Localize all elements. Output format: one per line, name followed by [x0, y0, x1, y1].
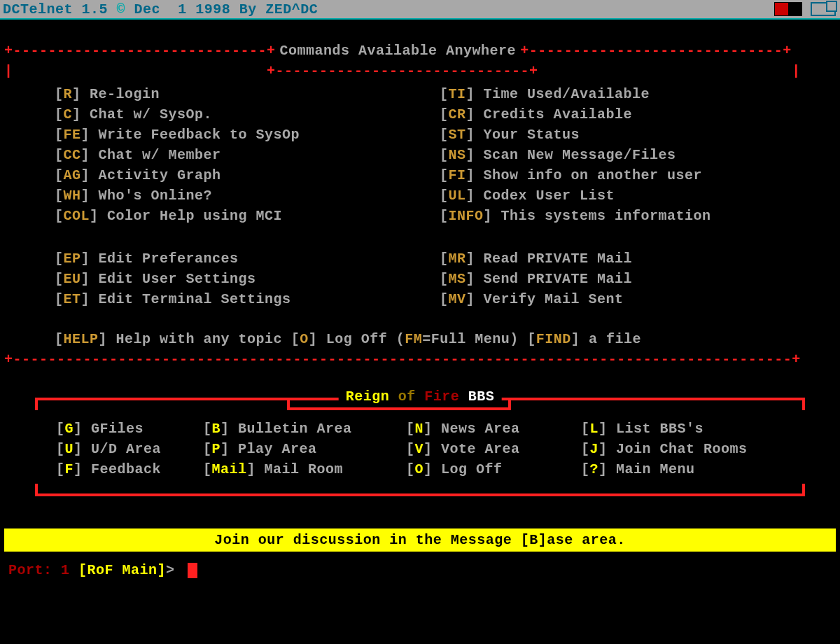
port-number: 1: [61, 562, 70, 578]
menu-main-menu[interactable]: [?] Main Menu: [581, 459, 805, 479]
cmd-send-mail[interactable]: [MS] Send PRIVATE Mail: [440, 269, 836, 289]
box-bottom-border: +---------------------------------------…: [4, 349, 836, 370]
commands-right-col: [TI] Time Used/Available [CR] Credits Av…: [440, 84, 836, 226]
cmd-edit-prefs[interactable]: [EP] Edit Preferances: [55, 248, 440, 269]
app-name: DCTelnet: [3, 1, 73, 18]
cmd-user-list[interactable]: [UL] Codex User List: [440, 186, 836, 206]
port-label: Port:: [8, 562, 52, 578]
cursor-icon: [188, 563, 197, 578]
bbs-box-top: Reign of Fire BBS: [35, 389, 805, 409]
fm-label: =Full Menu: [422, 331, 510, 347]
box-title-underline: | +-----------------------------+ |: [4, 61, 836, 81]
box-top-border: +-----------------------------+Commands …: [4, 41, 836, 61]
menu-feedback[interactable]: [F] Feedback: [56, 459, 203, 479]
cmd-edit-terminal[interactable]: [ET] Edit Terminal Settings: [55, 289, 440, 309]
cmd-credits[interactable]: [CR] Credits Available: [440, 104, 836, 125]
help-key[interactable]: HELP: [64, 331, 99, 347]
logoff-key[interactable]: O: [300, 331, 309, 347]
menu-log-off[interactable]: [O] Log Off: [406, 459, 581, 479]
titlebar-text: DCTelnet 1.5 © Dec 1 1998 By ZED^DC: [3, 1, 318, 18]
cmd-show-user-info[interactable]: [FI] Show info on another user: [440, 165, 836, 186]
commands-right-col-2: [MR] Read PRIVATE Mail [MS] Send PRIVATE…: [440, 248, 836, 309]
help-label: Help with any topic: [116, 331, 283, 347]
cmd-system-info[interactable]: [INFO] This systems information: [440, 206, 836, 226]
commands-columns: [R] Re-login [C] Chat w/ SysOp. [FE] Wri…: [4, 84, 836, 226]
commands-left-col-2: [EP] Edit Preferances [EU] Edit User Set…: [55, 248, 440, 309]
command-prompt[interactable]: Port: 1 [RoF Main]>: [4, 560, 836, 580]
find-label: a file: [589, 331, 641, 347]
banner-text: Join our discussion in the Message [B]as…: [214, 532, 626, 548]
copyright-symbol: ©: [117, 1, 126, 18]
menu-mail-room[interactable]: [Mail] Mail Room: [203, 459, 406, 479]
discussion-banner: Join our discussion in the Message [B]as…: [4, 528, 836, 552]
date-month: Dec: [134, 1, 161, 18]
commands-box-title: Commands Available Anywhere: [280, 43, 517, 59]
status-indicator-icon: [774, 2, 802, 16]
cmd-activity-graph[interactable]: [AG] Activity Graph: [55, 165, 440, 186]
menu-play-area[interactable]: [P] Play Area: [203, 439, 406, 459]
window-icon[interactable]: [811, 2, 836, 16]
menu-news[interactable]: [N] News Area: [406, 419, 581, 439]
cmd-time-used[interactable]: [TI] Time Used/Available: [440, 84, 836, 104]
prompt-caret: >: [166, 562, 175, 578]
commands-left-col: [R] Re-login [C] Chat w/ SysOp. [FE] Wri…: [55, 84, 440, 226]
menu-list-bbs[interactable]: [L] List BBS's: [581, 419, 805, 439]
cmd-read-mail[interactable]: [MR] Read PRIVATE Mail: [440, 248, 836, 269]
cmd-verify-mail[interactable]: [MV] Verify Mail Sent: [440, 289, 836, 309]
fm-key[interactable]: FM: [405, 331, 422, 347]
cmd-edit-user[interactable]: [EU] Edit User Settings: [55, 269, 440, 289]
bbs-menu-box: Reign of Fire BBS [G] GFiles [B] Bulleti…: [35, 389, 805, 505]
menu-vote-area[interactable]: [V] Vote Area: [406, 439, 581, 459]
menu-ud-area[interactable]: [U] U/D Area: [56, 439, 203, 459]
prompt-context: RoF Main: [88, 562, 158, 578]
bbs-box-bottom: [35, 485, 805, 505]
author: ZED^DC: [265, 1, 318, 18]
cmd-chat-member[interactable]: [CC] Chat w/ Member: [55, 145, 440, 165]
cmd-whos-online[interactable]: [WH] Who's Online?: [55, 186, 440, 206]
terminal-area: +-----------------------------+Commands …: [0, 20, 840, 580]
cmd-status[interactable]: [ST] Your Status: [440, 125, 836, 145]
bbs-title: Reign of Fire BBS: [339, 386, 502, 407]
commands-columns-2: [EP] Edit Preferances [EU] Edit User Set…: [4, 248, 836, 309]
titlebar-icons: [774, 2, 836, 16]
find-key[interactable]: FIND: [536, 331, 571, 347]
bbs-menu-grid: [G] GFiles [B] Bulletin Area [N] News Ar…: [35, 409, 805, 485]
menu-join-chat[interactable]: [J] Join Chat Rooms: [581, 439, 805, 459]
cmd-relogin[interactable]: [R] Re-login: [55, 84, 440, 104]
cmd-scan-new[interactable]: [NS] Scan New Message/Files: [440, 145, 836, 165]
titlebar: DCTelnet 1.5 © Dec 1 1998 By ZED^DC: [0, 0, 840, 20]
cmd-chat-sysop[interactable]: [C] Chat w/ SysOp.: [55, 104, 440, 125]
logoff-label: Log Off: [326, 331, 388, 347]
menu-bulletin[interactable]: [B] Bulletin Area: [203, 419, 406, 439]
by-label: By: [239, 1, 257, 18]
date-day: 1: [178, 1, 187, 18]
app-version: 1.5: [82, 1, 108, 18]
cmd-feedback[interactable]: [FE] Write Feedback to SysOp: [55, 125, 440, 145]
menu-gfiles[interactable]: [G] GFiles: [56, 419, 203, 439]
cmd-color-help[interactable]: [COL] Color Help using MCI: [55, 206, 440, 226]
commands-footer: [HELP] Help with any topic [O] Log Off (…: [4, 329, 836, 349]
date-year: 1998: [195, 1, 230, 18]
